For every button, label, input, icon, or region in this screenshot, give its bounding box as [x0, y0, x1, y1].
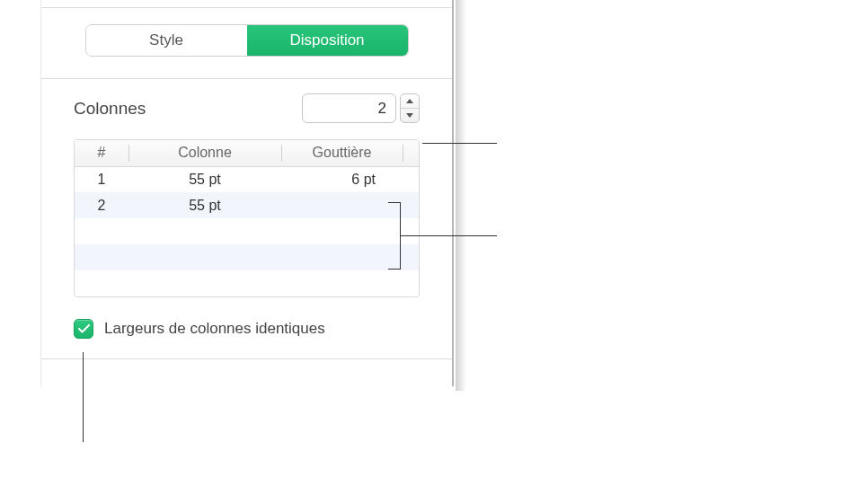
cell-column[interactable]: 55 pt [128, 192, 281, 218]
col-header-tail [403, 140, 419, 166]
cell-index: 1 [75, 166, 128, 192]
equal-widths-checkbox[interactable] [74, 319, 93, 339]
columns-stepper [302, 93, 420, 123]
col-header-gutter[interactable]: Gouttière [281, 140, 403, 166]
callout-line [401, 235, 497, 236]
columns-input[interactable] [302, 93, 396, 123]
panel-shadow [456, 0, 466, 391]
inspector-panel: Style Disposition Colonnes # Colonne [40, 0, 454, 386]
chevron-up-icon [406, 99, 413, 103]
columns-table: # Colonne Gouttière 1 55 pt 6 pt 2 55 pt [74, 139, 420, 297]
cell-index: 2 [75, 192, 128, 218]
equal-widths-label: Largeurs de colonnes identiques [104, 320, 325, 338]
table-row-empty [75, 244, 419, 270]
cell-column[interactable]: 55 pt [128, 166, 281, 192]
col-header-index[interactable]: # [75, 140, 128, 166]
divider [41, 358, 452, 359]
table-row[interactable]: 2 55 pt [75, 192, 419, 218]
cell-gutter[interactable]: 6 pt [281, 166, 403, 192]
table-row-empty [75, 270, 419, 296]
cell-gutter[interactable] [281, 192, 403, 218]
stepper-up-button[interactable] [401, 94, 419, 108]
check-icon [78, 324, 90, 333]
columns-label: Colonnes [74, 99, 146, 119]
stepper-down-button[interactable] [401, 108, 419, 122]
columns-row: Colonnes [41, 93, 452, 123]
callout-bracket [388, 202, 401, 270]
style-layout-tabs: Style Disposition [85, 24, 409, 57]
callout-line [83, 352, 84, 442]
tab-style[interactable]: Style [86, 25, 247, 56]
table-row[interactable]: 1 55 pt 6 pt [75, 166, 419, 192]
col-header-column[interactable]: Colonne [128, 140, 281, 166]
divider [41, 78, 452, 79]
stepper-buttons [400, 93, 420, 123]
chevron-down-icon [406, 113, 413, 118]
divider [41, 7, 452, 8]
tab-disposition[interactable]: Disposition [247, 25, 408, 56]
equal-widths-row: Largeurs de colonnes identiques [41, 319, 452, 339]
callout-line [422, 143, 497, 144]
table-row-empty [75, 218, 419, 244]
